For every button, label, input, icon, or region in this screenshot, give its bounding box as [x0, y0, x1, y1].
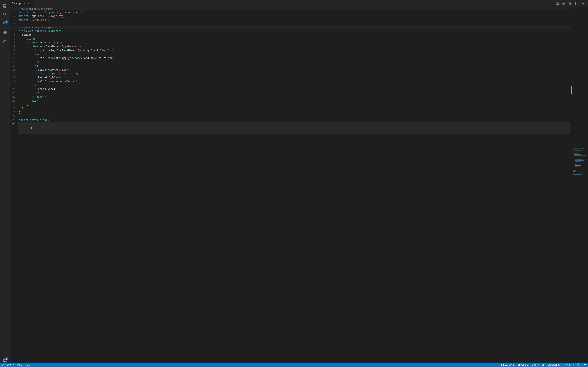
svg-rect-14: [574, 156, 586, 156]
line-content-25: }: [18, 107, 570, 110]
line-num-26: 26: [10, 110, 18, 114]
svg-rect-26: [574, 170, 576, 171]
line-content-18: rel="noopener noreferrer": [18, 80, 570, 83]
svg-rect-17: [575, 159, 583, 160]
language-status[interactable]: JavaScript: [546, 363, 561, 366]
line-num-2: 2: [10, 14, 18, 18]
editor-area: You, an hour ago | 1 author (You) 1 impo…: [10, 7, 588, 367]
line-num-1: 1: [10, 10, 18, 14]
line-content-13: </p>: [18, 60, 570, 64]
files-icon[interactable]: [1, 2, 9, 10]
code-line-18: 18 rel="noopener noreferrer": [10, 80, 570, 83]
encoding-status[interactable]: UTF-8: [530, 363, 540, 366]
indentation-status[interactable]: Spaces: 2: [516, 363, 530, 366]
blame-annotation-1: You, an hour ago | 1 author (You): [10, 7, 570, 10]
line-content-2: import logo from './logo.svg';: [18, 14, 570, 18]
line-content-17: target="_blank": [18, 76, 570, 80]
code-line-6: 6 render() {: [10, 33, 570, 37]
cursor-position-status[interactable]: Ln 29, Col 1: [500, 363, 516, 366]
line-content-28: export default App;: [18, 118, 570, 122]
line-content-10: <img src={logo} className="App-logo" alt…: [18, 49, 570, 52]
line-content-12: Edit <code>src/App.js</code> and save to…: [18, 56, 570, 60]
status-right: Ln 29, Col 1 Spaces: 2 UTF-8 LF JavaScri…: [500, 363, 588, 366]
line-num-7: 7: [10, 37, 18, 41]
code-line-24: 24 );: [10, 103, 570, 107]
svg-rect-15: [574, 157, 577, 157]
svg-rect-9: [580, 148, 584, 149]
svg-rect-8: [573, 148, 579, 149]
tab-bar: JS App.js ×: [10, 0, 588, 7]
code-line-11: 11 <p>: [10, 52, 570, 56]
line-num-24: 24: [10, 103, 18, 107]
code-line-7: 7 return (: [10, 37, 570, 41]
svg-rect-28: [573, 174, 582, 175]
svg-rect-5: [582, 146, 585, 146]
code-line-23: 23 </div>: [10, 99, 570, 103]
code-line-13: 13 </p>: [10, 60, 570, 64]
line-content-3: import './App.css';: [18, 18, 570, 22]
settings-badge: 1: [5, 357, 8, 360]
git-branch-status[interactable]: master*: [0, 363, 16, 366]
line-num-20: 20: [10, 87, 18, 91]
svg-rect-19: [575, 162, 581, 162]
line-num-17: 17: [10, 76, 18, 80]
line-content-5: class App extends Component {: [18, 29, 570, 33]
line-content-8: <div className="App">: [18, 41, 570, 45]
tab-close-button[interactable]: ×: [27, 2, 29, 5]
tab-appjs[interactable]: JS App.js ×: [10, 0, 34, 7]
code-line-14: 14 <a: [10, 64, 570, 68]
encoding: UTF-8: [532, 363, 539, 366]
line-content-24: );: [18, 103, 570, 107]
line-num-28: 28: [10, 118, 18, 122]
code-line-2: 2 import logo from './logo.svg';: [10, 14, 570, 18]
line-num-12: 12: [10, 56, 18, 60]
code-editor[interactable]: You, an hour ago | 1 author (You) 1 impo…: [10, 7, 588, 367]
code-line-20: 20 Learn React: [10, 87, 570, 91]
formatter: Prettier: ✓: [563, 363, 574, 366]
scroll-indicator: [571, 86, 572, 94]
line-content-11: <p>: [18, 52, 570, 56]
svg-rect-23: [575, 167, 578, 167]
source-control-icon[interactable]: 4: [1, 20, 9, 28]
indentation: Spaces: 2: [518, 363, 528, 366]
split-editor-icon[interactable]: [574, 1, 580, 7]
language: JavaScript: [548, 363, 560, 366]
line-num-11: 11: [10, 52, 18, 56]
camera-icon[interactable]: [554, 1, 560, 7]
code-line-1: 1 import React, { Component } from 'reac…: [10, 10, 570, 14]
code-line-19: 19 >: [10, 83, 570, 87]
error-count-status[interactable]: 0: [16, 363, 24, 366]
docker-icon[interactable]: [1, 29, 9, 37]
line-num-13: 13: [10, 60, 18, 64]
debug-icon[interactable]: [1, 38, 9, 46]
svg-point-0: [582, 3, 583, 4]
notification-status[interactable]: [582, 363, 588, 366]
svg-rect-21: [575, 164, 577, 165]
error-count: 0: [21, 363, 22, 366]
line-num-18: 18: [10, 80, 18, 83]
warning-count-status[interactable]: 0: [24, 363, 32, 366]
svg-rect-25: [574, 169, 576, 169]
svg-rect-10: [573, 151, 582, 151]
blame-annotation-5: You, an hour ago | 1 author (You): [10, 26, 570, 29]
eol-status[interactable]: LF: [540, 363, 546, 366]
branch-icon[interactable]: [567, 1, 573, 7]
line-num-4: 4: [10, 22, 18, 26]
line-num-8: 8: [10, 41, 18, 45]
header-actions: [554, 0, 588, 7]
activity-bar: 4 1: [0, 0, 10, 367]
smiley-status[interactable]: [576, 363, 582, 366]
more-actions-icon[interactable]: [580, 1, 586, 7]
code-line-17: 17 target="_blank": [10, 76, 570, 80]
eol: LF: [542, 363, 545, 366]
code-line-21: 21 </a>: [10, 91, 570, 95]
line-num-19: 19: [10, 83, 18, 87]
svg-rect-24: [574, 168, 578, 168]
line-content-16: href="https://reactjs.org": [18, 72, 570, 76]
eye-icon[interactable]: [561, 1, 567, 7]
formatter-status[interactable]: Prettier: ✓: [561, 363, 576, 366]
code-line-4: 4: [10, 22, 570, 26]
svg-rect-22: [575, 165, 581, 166]
svg-point-33: [578, 364, 579, 365]
search-icon[interactable]: [1, 11, 9, 19]
